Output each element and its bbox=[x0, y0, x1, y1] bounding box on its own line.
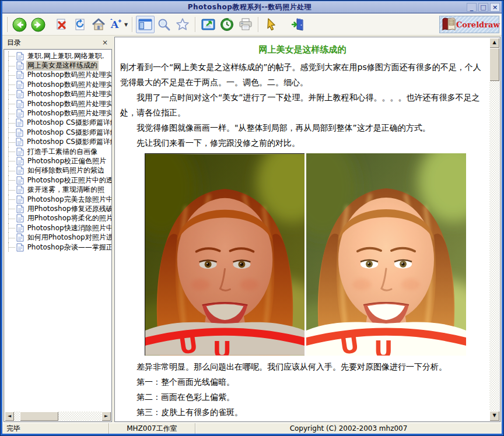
article-paragraph: 我用了一点时间对这个“美女”进行了一下处理。并附上教程和心得。。。。也许还有很多… bbox=[120, 90, 485, 120]
stop-button[interactable] bbox=[52, 15, 71, 34]
tree-connector bbox=[8, 61, 16, 70]
back-icon bbox=[12, 17, 27, 32]
toc-tree-item[interactable]: Photoshop数码照片处理实 bbox=[6, 80, 111, 89]
toc-title: 目录 bbox=[7, 38, 100, 48]
tree-connector bbox=[8, 118, 15, 128]
cursor-icon bbox=[265, 17, 278, 31]
toc-item-label: Photoshop CS摄影师篇详解 bbox=[26, 118, 111, 128]
tree-connector bbox=[8, 214, 16, 223]
toolbar-grip bbox=[6, 17, 8, 32]
svg-text:A: A bbox=[110, 19, 119, 30]
cursor-tool-button[interactable] bbox=[262, 15, 281, 34]
toc-sidebar: 目录 × 兼职.网上兼职.网络兼职. 网上美女是这样练成的 Photoshop数… bbox=[4, 37, 112, 422]
tree-connector bbox=[8, 204, 16, 213]
article-paragraph: 差异非常明显。那么问题出在哪呢。我们应该从何入手。先要对原图像进行一下分析。 bbox=[120, 359, 485, 374]
toc-tree-item[interactable]: Photoshop CS摄影师篇详解 bbox=[6, 138, 111, 147]
toc-tree-item[interactable]: Photoshop数码照片处理实 bbox=[6, 71, 111, 80]
scroll-thumb-horizontal[interactable] bbox=[20, 412, 58, 421]
article-paragraph: 第三：皮肤上有很多的雀斑。 bbox=[120, 405, 485, 420]
print-button[interactable] bbox=[236, 15, 255, 34]
document-icon bbox=[16, 224, 24, 233]
toc-tree-item[interactable]: Photoshop校正照片中的透 bbox=[6, 175, 111, 185]
toc-tree-item[interactable]: 网上美女是这样练成的 bbox=[6, 61, 111, 70]
image-export-button[interactable] bbox=[199, 15, 218, 34]
status-studio: MHZ007工作室 bbox=[108, 423, 195, 434]
toc-horizontal-scrollbar[interactable]: ◄ ► bbox=[5, 412, 111, 421]
toc-tree-item[interactable]: Photoshop数码照片处理实 bbox=[6, 108, 111, 118]
app-window: Photoshop教程系列--数码照片处理 _ □ × bbox=[0, 0, 504, 436]
refresh-button[interactable] bbox=[71, 15, 89, 34]
scroll-down-icon[interactable]: ▼ bbox=[489, 411, 499, 421]
document-icon bbox=[16, 166, 24, 175]
toc-tree-item[interactable]: 用Photoshop将柔化的照片 bbox=[6, 214, 111, 223]
toc-tree-item[interactable]: 如何移除数码照片的紫边 bbox=[6, 166, 111, 175]
maximize-button[interactable]: □ bbox=[478, 3, 488, 12]
document-icon bbox=[16, 52, 24, 61]
article-paragraph: 刚才看到一个“网上美女是之这样练成的”的帖子。感觉到大家在用ps修图方面还有很多… bbox=[120, 59, 485, 90]
scroll-up-icon[interactable]: ▲ bbox=[489, 38, 499, 48]
scroll-right-icon[interactable]: ► bbox=[102, 412, 111, 421]
tree-connector bbox=[8, 128, 15, 137]
content-vertical-scrollbar[interactable]: ▲ ▼ bbox=[489, 38, 499, 421]
tree-connector bbox=[8, 138, 15, 147]
toc-tree-item[interactable]: Photoshop数码照片处理实 bbox=[6, 99, 111, 108]
toc-tree-item[interactable]: 如何用Photoshop对照片进 bbox=[6, 233, 111, 242]
toc-tree-item[interactable]: Photoshop CS摄影师篇详解 bbox=[6, 128, 111, 137]
tree-connector bbox=[8, 99, 16, 108]
article-paragraphs-top: 刚才看到一个“网上美女是之这样练成的”的帖子。感觉到大家在用ps修图方面还有很多… bbox=[120, 59, 485, 150]
minimize-button[interactable]: _ bbox=[467, 3, 477, 12]
toc-item-label: 如何用Photoshop对照片进 bbox=[26, 233, 111, 242]
tree-connector bbox=[8, 147, 16, 156]
toc-tree-item[interactable]: 兼职.网上兼职.网络兼职. bbox=[6, 51, 111, 61]
toc-tree-item[interactable]: Photoshop快速消除照片中 bbox=[6, 223, 111, 233]
stop-icon bbox=[55, 18, 68, 31]
search-button[interactable] bbox=[155, 15, 173, 34]
toc-item-label: Photoshop数码照片处理实 bbox=[26, 108, 111, 118]
toc-item-label: Photoshop校正照片中的透 bbox=[26, 175, 111, 185]
scroll-left-icon[interactable]: ◄ bbox=[5, 412, 14, 421]
main-area: 目录 × 兼职.网上兼职.网络兼职. 网上美女是这样练成的 Photoshop数… bbox=[2, 36, 502, 423]
font-size-button[interactable]: A bbox=[108, 15, 123, 34]
toc-item-label: Photoshop数码照片处理实 bbox=[26, 99, 111, 109]
toc-tree-item[interactable]: 打造手工素描的自画像 bbox=[6, 147, 111, 156]
toc-item-label: Photoshop数码照片处理实 bbox=[26, 80, 111, 90]
toc-item-label: 用Photoshop将柔化的照片 bbox=[26, 213, 111, 223]
exit-button[interactable] bbox=[289, 15, 307, 34]
forward-button[interactable] bbox=[29, 15, 47, 34]
document-icon bbox=[16, 118, 23, 127]
home-button[interactable] bbox=[89, 15, 108, 34]
document-icon bbox=[16, 90, 24, 99]
tree-connector bbox=[8, 90, 16, 99]
document-icon bbox=[16, 71, 24, 79]
toc-item-label: Photoshop数码照片处理实 bbox=[26, 89, 111, 99]
font-size-dropdown[interactable]: ▼ bbox=[123, 22, 129, 27]
toc-item-label: 用Photoshop修复还原残破 bbox=[26, 204, 111, 214]
toc-tree-item[interactable]: Photoshop数码照片处理实 bbox=[6, 90, 111, 99]
toc-item-label: Photoshop数码照片处理实 bbox=[26, 70, 111, 80]
photo-after bbox=[306, 153, 466, 356]
scroll-thumb-vertical[interactable] bbox=[489, 48, 499, 81]
logo-text: Coreldraw bbox=[456, 20, 500, 29]
toc-close-icon[interactable]: × bbox=[100, 38, 110, 47]
close-button[interactable]: × bbox=[490, 3, 500, 12]
toc-tree-items: 兼职.网上兼职.网络兼职. 网上美女是这样练成的 Photoshop数码照片处理… bbox=[6, 51, 111, 252]
toc-tree-item[interactable]: Photoshop完美去除照片中 bbox=[6, 195, 111, 204]
panels-toggle-button[interactable] bbox=[136, 16, 155, 33]
toc-tree-item[interactable]: Photoshop CS摄影师篇详解 bbox=[6, 118, 111, 128]
favorites-icon bbox=[176, 17, 190, 31]
favorites-button[interactable] bbox=[173, 15, 192, 34]
document-icon bbox=[16, 243, 24, 252]
tree-connector bbox=[8, 80, 16, 89]
tree-connector bbox=[8, 185, 16, 194]
toc-tree-item[interactable]: Photoshop杂谈——掌握正 bbox=[6, 242, 111, 252]
toc-item-label: 打造手工素描的自画像 bbox=[26, 147, 99, 157]
back-button[interactable] bbox=[10, 15, 29, 34]
tree-connector bbox=[8, 51, 16, 61]
article-paragraph: 第二：画面在色彩上偏紫。 bbox=[120, 389, 485, 405]
document-icon bbox=[16, 185, 24, 194]
toc-tree-item[interactable]: Photoshop校正偏色照片 bbox=[6, 156, 111, 166]
toc-tree: 兼职.网上兼职.网络兼职. 网上美女是这样练成的 Photoshop数码照片处理… bbox=[4, 49, 112, 422]
history-button[interactable] bbox=[218, 15, 236, 34]
toc-tree-item[interactable]: 拨开迷雾，重现清晰的照 bbox=[6, 185, 111, 194]
toc-tree-item[interactable]: 用Photoshop修复还原残破 bbox=[6, 204, 111, 213]
